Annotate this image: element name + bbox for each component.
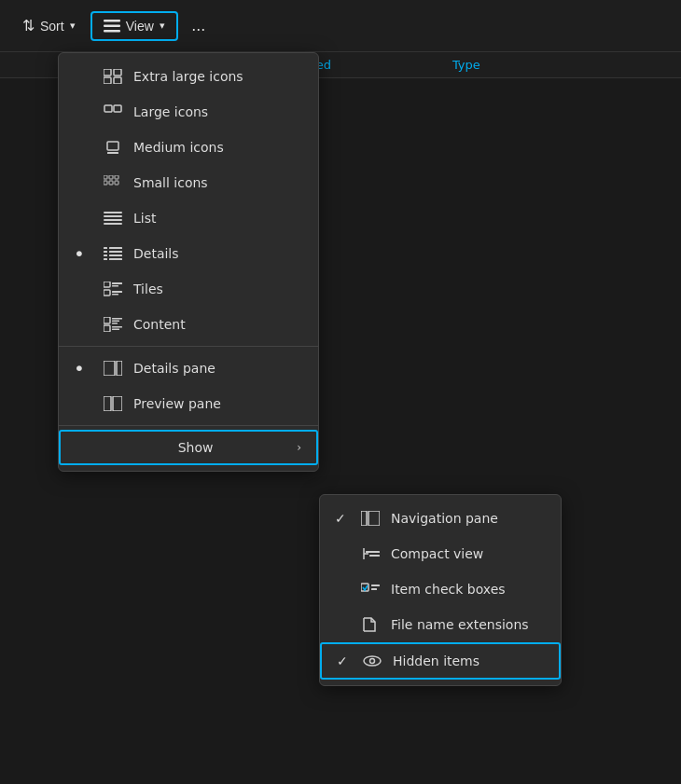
submenu-item-hidden-items[interactable]: ✓ Hidden items — [320, 642, 561, 680]
svg-rect-14 — [104, 181, 107, 185]
svg-rect-34 — [112, 294, 118, 296]
sort-button[interactable]: ⇅ Sort ▾ — [11, 11, 87, 40]
tiles-icon — [104, 280, 122, 298]
check-item-check-boxes-icon: ✓ — [335, 582, 350, 597]
svg-rect-44 — [104, 396, 111, 411]
navigation-pane-icon — [361, 509, 380, 528]
svg-rect-4 — [114, 69, 121, 76]
svg-point-56 — [370, 659, 375, 664]
show-submenu: ✓ Navigation pane ✓ Compact view ✓ — [319, 494, 562, 686]
content-icon — [104, 315, 122, 334]
hidden-items-icon — [363, 652, 382, 670]
svg-rect-19 — [104, 219, 122, 221]
svg-rect-30 — [112, 282, 122, 284]
divider-1 — [59, 346, 318, 347]
svg-rect-11 — [104, 175, 107, 179]
menu-item-details-pane[interactable]: • Details pane — [59, 351, 318, 386]
tiles-label: Tiles — [133, 282, 303, 296]
svg-rect-18 — [104, 215, 122, 217]
svg-rect-46 — [361, 511, 367, 526]
svg-rect-39 — [104, 325, 110, 332]
svg-rect-47 — [368, 511, 380, 526]
large-icons-label: Large icons — [133, 104, 303, 119]
svg-rect-38 — [112, 323, 118, 324]
details-pane-label: Details pane — [133, 361, 303, 376]
list-label: List — [133, 211, 303, 226]
bullet-details: • — [74, 244, 89, 263]
medium-icon — [104, 138, 122, 157]
menu-item-details[interactable]: • Details — [59, 236, 318, 271]
details-label: Details — [133, 246, 303, 261]
svg-rect-10 — [107, 152, 118, 154]
menu-item-extra-large-icons[interactable]: Extra large icons — [59, 59, 318, 94]
menu-item-preview-pane[interactable]: Preview pane — [59, 386, 318, 421]
svg-rect-50 — [366, 551, 380, 553]
submenu-item-compact-view[interactable]: ✓ Compact view — [320, 536, 561, 571]
svg-rect-45 — [113, 396, 122, 411]
svg-rect-26 — [109, 254, 122, 256]
svg-rect-23 — [104, 251, 107, 253]
svg-rect-36 — [112, 318, 122, 320]
preview-pane-label: Preview pane — [133, 396, 303, 411]
svg-rect-3 — [104, 69, 111, 76]
svg-rect-51 — [369, 555, 380, 557]
menu-item-content[interactable]: Content — [59, 307, 318, 342]
svg-rect-42 — [104, 361, 115, 376]
view-dropdown: Extra large icons Large icons Medium ico… — [58, 52, 319, 472]
svg-rect-35 — [104, 317, 110, 323]
type-column-header[interactable]: Type — [452, 58, 480, 72]
svg-rect-7 — [104, 105, 112, 112]
more-icon: ... — [191, 16, 205, 35]
menu-item-medium-icons[interactable]: Medium icons — [59, 130, 318, 165]
view-button[interactable]: View ▾ — [90, 11, 178, 41]
hidden-items-label: Hidden items — [393, 653, 544, 668]
svg-rect-31 — [112, 285, 118, 287]
menu-item-list[interactable]: List — [59, 200, 318, 236]
svg-rect-1 — [104, 24, 120, 27]
svg-rect-16 — [115, 181, 118, 185]
menu-item-show[interactable]: Show › — [59, 430, 318, 465]
svg-rect-15 — [109, 181, 113, 185]
submenu-item-navigation-pane[interactable]: ✓ Navigation pane — [320, 501, 561, 536]
compact-view-icon — [361, 544, 380, 563]
menu-item-large-icons[interactable]: Large icons — [59, 94, 318, 130]
submenu-item-item-check-boxes[interactable]: ✓ Item check boxes — [320, 571, 561, 607]
view-label: View — [126, 19, 154, 34]
menu-item-tiles[interactable]: Tiles — [59, 271, 318, 307]
svg-rect-21 — [104, 247, 107, 249]
svg-rect-0 — [104, 20, 120, 22]
sort-chevron-icon: ▾ — [70, 20, 76, 32]
show-arrow-icon: › — [297, 441, 301, 454]
svg-rect-2 — [104, 30, 120, 33]
submenu-item-file-name-extensions[interactable]: ✓ File name extensions — [320, 607, 561, 642]
small-icons-label: Small icons — [133, 175, 303, 190]
svg-rect-5 — [104, 77, 111, 84]
menu-item-small-icons[interactable]: Small icons — [59, 165, 318, 200]
svg-rect-27 — [104, 258, 107, 260]
svg-rect-17 — [104, 212, 122, 213]
more-button[interactable]: ... — [182, 9, 215, 43]
file-name-extensions-label: File name extensions — [391, 617, 546, 632]
svg-rect-54 — [371, 588, 377, 590]
view-icon — [104, 20, 120, 33]
file-name-extensions-icon — [361, 615, 380, 634]
toolbar: ⇅ Sort ▾ View ▾ ... — [0, 0, 681, 52]
svg-rect-33 — [112, 291, 122, 293]
svg-rect-12 — [109, 175, 113, 179]
large-icon — [104, 103, 122, 121]
navigation-pane-label: Navigation pane — [391, 511, 546, 526]
list-icon — [104, 209, 122, 227]
svg-rect-29 — [104, 282, 110, 287]
extra-large-icons-label: Extra large icons — [133, 69, 303, 84]
svg-rect-8 — [114, 105, 121, 112]
svg-rect-9 — [107, 142, 118, 150]
svg-rect-28 — [109, 258, 122, 260]
check-file-name-extensions-icon: ✓ — [335, 617, 350, 632]
medium-icons-label: Medium icons — [133, 140, 303, 155]
extra-large-icon — [104, 67, 122, 86]
sort-label: Sort — [40, 19, 64, 34]
item-check-boxes-icon — [361, 580, 380, 598]
svg-rect-37 — [112, 321, 119, 323]
divider-2 — [59, 425, 318, 426]
svg-rect-53 — [371, 585, 380, 586]
